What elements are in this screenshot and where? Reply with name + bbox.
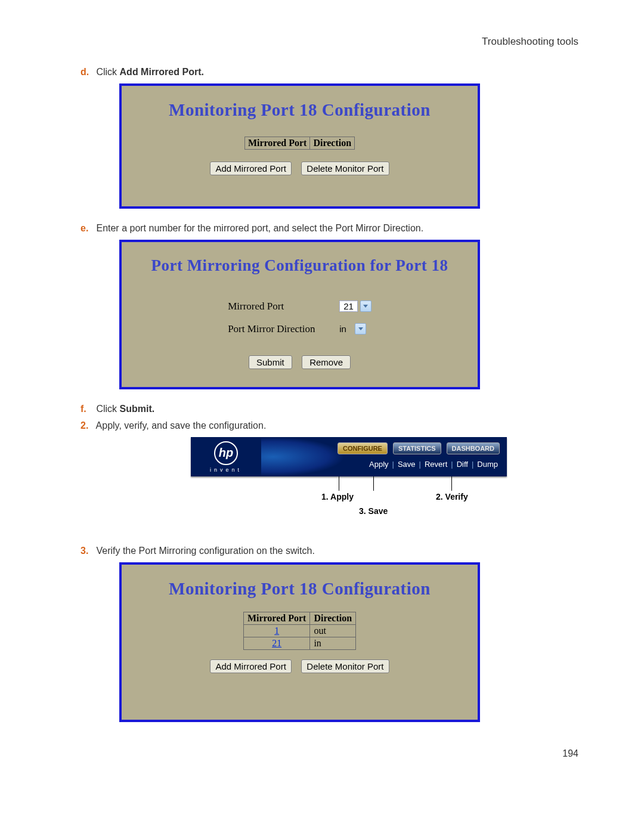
panel-a-title: Monitoring Port 18 Configuration xyxy=(122,100,478,120)
delete-monitor-port-button[interactable]: Delete Monitor Port xyxy=(301,162,389,175)
table-row: 1 out xyxy=(243,625,355,637)
panel-b-form: Mirrored Port 21 Port Mirror Direction i… xyxy=(219,295,380,341)
chevron-down-icon xyxy=(360,301,371,312)
panel-monitoring-config-a: Monitoring Port 18 Configuration Mirrore… xyxy=(119,83,480,209)
hp-logo: hp invent xyxy=(191,437,261,476)
tab-configure[interactable]: CONFIGURE xyxy=(338,442,388,454)
submit-button[interactable]: Submit xyxy=(249,355,292,369)
port-mirror-direction-label: Port Mirror Direction xyxy=(221,318,331,340)
panel-monitoring-config-c: Monitoring Port 18 Configuration Mirrore… xyxy=(119,562,480,722)
port-link[interactable]: 21 xyxy=(247,638,306,649)
panel-a-header-table: Mirrored Port Direction xyxy=(244,137,355,150)
chevron-down-icon xyxy=(355,323,366,335)
step-3-marker: 3. xyxy=(80,546,94,556)
step-f: f. Click Submit. xyxy=(75,404,578,414)
mirrored-port-dropdown[interactable]: 21 xyxy=(339,301,371,312)
table-row: 21 in xyxy=(243,637,355,650)
sublink-revert[interactable]: Revert xyxy=(423,460,449,469)
panel-a-col1: Mirrored Port xyxy=(244,137,309,150)
step-d-prefix: Click xyxy=(96,67,119,77)
add-mirrored-port-button[interactable]: Add Mirrored Port xyxy=(210,659,291,673)
panel-c-title: Monitoring Port 18 Configuration xyxy=(122,579,478,599)
panel-c-table: Mirrored Port Direction 1 out 21 in xyxy=(243,612,356,650)
panel-port-mirror-config: Port Mirroring Configuration for Port 18… xyxy=(119,240,480,389)
step-3: 3. Verify the Port Mirroring configurati… xyxy=(75,546,578,556)
step-d-marker: d. xyxy=(80,67,94,78)
step-e: e. Enter a port number for the mirrored … xyxy=(75,223,578,234)
port-link[interactable]: 1 xyxy=(247,625,306,636)
direction-cell: out xyxy=(310,625,356,637)
delete-monitor-port-button[interactable]: Delete Monitor Port xyxy=(301,659,389,673)
mirrored-port-value: 21 xyxy=(339,301,358,312)
add-mirrored-port-button[interactable]: Add Mirrored Port xyxy=(210,162,291,175)
panel-b-title: Port Mirroring Configuration for Port 18 xyxy=(122,256,478,275)
step-d-bold: Add Mirrored Port. xyxy=(120,67,204,77)
step-2-marker: 2. xyxy=(80,420,94,431)
sublink-apply[interactable]: Apply xyxy=(367,460,391,469)
page-number: 194 xyxy=(75,748,578,759)
step-d: d. Click Add Mirrored Port. xyxy=(75,67,578,78)
step-2: 2. Apply, verify, and save the configura… xyxy=(75,420,578,431)
page-topic: Troubleshooting tools xyxy=(75,36,578,48)
hp-invent-text: invent xyxy=(210,467,242,473)
remove-button[interactable]: Remove xyxy=(302,355,351,369)
panel-c-h2: Direction xyxy=(310,612,356,625)
port-mirror-direction-value: in xyxy=(339,324,352,334)
sublink-dump[interactable]: Dump xyxy=(475,460,500,469)
panel-a-col2: Direction xyxy=(310,137,355,150)
sublink-save[interactable]: Save xyxy=(396,460,417,469)
direction-cell: in xyxy=(310,637,356,650)
port-mirror-direction-dropdown[interactable]: in xyxy=(339,323,366,335)
step-3-text: Verify the Port Mirroring configuration … xyxy=(96,546,314,556)
hp-logo-icon: hp xyxy=(214,441,238,465)
step-e-text: Enter a port number for the mirrored por… xyxy=(96,223,423,233)
step-f-prefix: Click xyxy=(96,404,119,414)
step-f-bold: Submit. xyxy=(120,404,155,414)
panel-c-h1: Mirrored Port xyxy=(243,612,309,625)
step-e-marker: e. xyxy=(80,223,94,234)
step-f-marker: f. xyxy=(80,404,94,414)
step-2-text: Apply, verify, and save the configuratio… xyxy=(96,420,267,431)
tab-statistics[interactable]: STATISTICS xyxy=(393,442,441,454)
tab-dashboard[interactable]: DASHBOARD xyxy=(447,442,500,454)
anno-verify: 2. Verify xyxy=(436,492,468,501)
mirrored-port-label: Mirrored Port xyxy=(221,296,331,317)
anno-apply: 1. Apply xyxy=(321,492,354,501)
sublink-diff[interactable]: Diff xyxy=(455,460,470,469)
anno-save: 3. Save xyxy=(359,506,388,516)
hp-toolbar: hp invent CONFIGURE STATISTICS DASHBOARD… xyxy=(191,437,507,536)
